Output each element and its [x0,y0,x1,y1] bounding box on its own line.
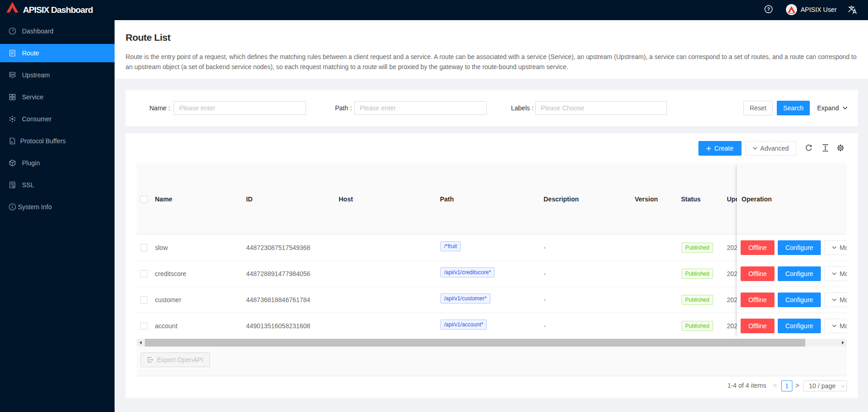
svg-text:?: ? [767,7,770,12]
svg-text:APISIX: APISIX [8,13,16,16]
